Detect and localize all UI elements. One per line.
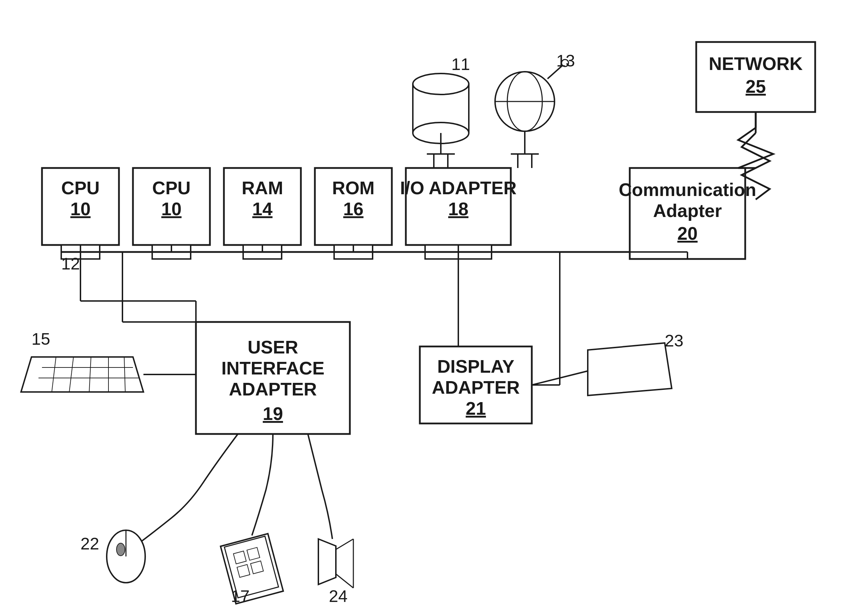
ref-17-label: 17 xyxy=(231,587,250,605)
cpu2-label: CPU xyxy=(152,178,191,198)
ui-adapter-label1: USER xyxy=(248,337,298,357)
svg-rect-54 xyxy=(237,565,250,577)
display-adapter-num: 21 xyxy=(466,398,486,419)
ref-15-label: 15 xyxy=(31,330,50,348)
network-num: 25 xyxy=(746,76,766,96)
svg-marker-56 xyxy=(318,539,336,584)
io-adapter-num: 18 xyxy=(448,199,468,219)
rom-label: ROM xyxy=(332,178,374,198)
display-adapter-label2: ADAPTER xyxy=(432,377,519,397)
svg-marker-45 xyxy=(588,343,672,396)
svg-rect-55 xyxy=(251,561,264,574)
svg-rect-52 xyxy=(233,551,246,564)
rom-num: 16 xyxy=(343,199,364,219)
diagram-container: CPU 10 CPU 10 RAM 14 ROM 16 I/O ADAPTER … xyxy=(0,0,868,610)
svg-rect-53 xyxy=(247,547,260,560)
keyboard-device xyxy=(21,357,143,392)
mouse-device xyxy=(107,530,145,583)
svg-point-49 xyxy=(116,543,125,556)
ref-24-label: 24 xyxy=(329,587,347,605)
ram-num: 14 xyxy=(252,199,273,219)
comm-adapter-label2: Adapter xyxy=(653,200,722,221)
network-label: NETWORK xyxy=(709,54,803,74)
cpu1-label: CPU xyxy=(61,178,100,198)
cpu1-num: 10 xyxy=(70,199,91,219)
ui-adapter-num: 19 xyxy=(263,404,283,424)
io-adapter-label: I/O ADAPTER xyxy=(400,178,516,198)
ref-12-label: 12 xyxy=(61,255,80,273)
display-adapter-label1: DISPLAY xyxy=(437,356,515,377)
comm-adapter-label1: Communication xyxy=(619,180,756,200)
ref-11-label: 11 xyxy=(451,55,470,73)
monitor-device xyxy=(588,343,672,396)
ui-adapter-label3: ADAPTER xyxy=(229,379,317,399)
ref-22-label: 22 xyxy=(81,534,99,553)
disk-top xyxy=(413,73,469,95)
cpu2-num: 10 xyxy=(161,199,181,219)
ram-label: RAM xyxy=(242,178,283,198)
comm-adapter-num: 20 xyxy=(677,223,698,244)
ref-13-label: 13 xyxy=(556,51,575,70)
ref-23-label: 23 xyxy=(665,331,683,350)
ui-adapter-label2: INTERFACE xyxy=(222,358,325,378)
